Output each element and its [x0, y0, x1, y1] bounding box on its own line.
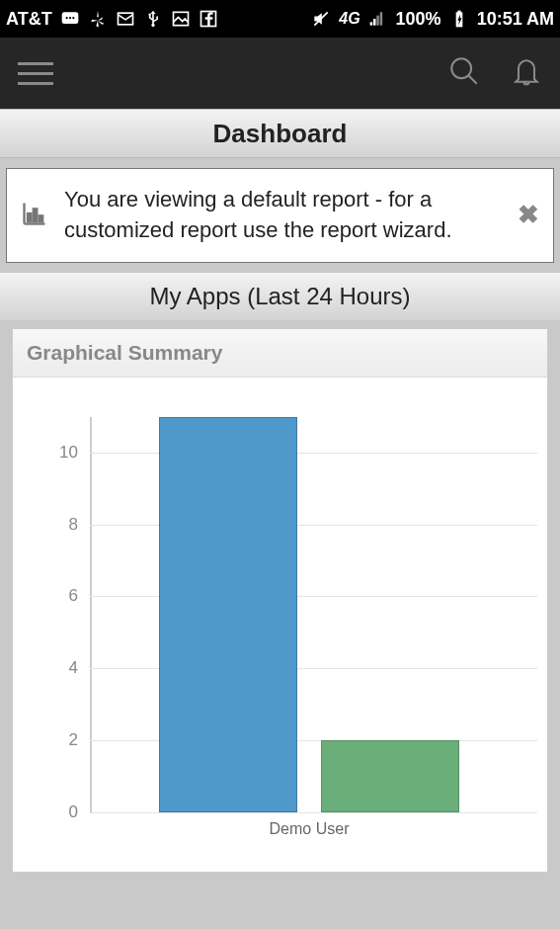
- notice-banner: You are viewing a default report - for a…: [6, 168, 554, 263]
- section-title-text: My Apps (Last 24 Hours): [149, 283, 410, 310]
- menu-button[interactable]: [18, 62, 53, 85]
- time-label: 10:51 AM: [477, 9, 554, 30]
- svg-rect-20: [40, 215, 43, 221]
- bar-series1[interactable]: [159, 417, 297, 812]
- network-label: 4G: [339, 10, 360, 28]
- status-left: AT&T: [6, 9, 218, 30]
- yelp-icon: [88, 9, 108, 29]
- gridline: [90, 812, 537, 813]
- bell-icon[interactable]: [511, 55, 542, 91]
- y-tick-label: 2: [69, 730, 78, 750]
- gridline: [90, 668, 537, 669]
- message-icon: [60, 9, 80, 29]
- notice-text: You are viewing a default report - for a…: [64, 185, 502, 246]
- image-icon: [171, 9, 191, 29]
- gridline: [90, 525, 537, 526]
- status-right: 4G 100% 10:51 AM: [311, 9, 554, 30]
- chart-card-title: Graphical Summary: [13, 329, 547, 378]
- plot-area: 0246810Demo User: [90, 417, 537, 812]
- page-title-text: Dashboard: [213, 119, 348, 149]
- mail-icon: [116, 9, 135, 29]
- signal-icon: [368, 9, 388, 29]
- close-icon[interactable]: ✖: [518, 200, 539, 230]
- page-title: Dashboard: [0, 109, 560, 158]
- svg-rect-9: [373, 19, 376, 26]
- svg-point-2: [69, 17, 71, 19]
- chart-body: 0246810Demo User: [13, 378, 547, 872]
- bar-series2[interactable]: [321, 740, 459, 812]
- battery-label: 100%: [396, 9, 441, 30]
- gridline: [90, 453, 537, 454]
- svg-point-14: [451, 58, 471, 78]
- android-status-bar: AT&T 4G 100% 10:51 AM: [0, 0, 560, 38]
- carrier-label: AT&T: [6, 9, 52, 30]
- app-header: [0, 38, 560, 109]
- mute-icon: [311, 9, 331, 29]
- svg-rect-18: [28, 213, 32, 221]
- notice-section: You are viewing a default report - for a…: [0, 158, 560, 273]
- facebook-icon: [199, 9, 218, 29]
- y-tick-label: 6: [69, 586, 78, 606]
- svg-line-15: [468, 75, 477, 84]
- svg-rect-11: [379, 12, 382, 25]
- x-tick-label: Demo User: [270, 820, 350, 838]
- y-tick-label: 4: [69, 658, 78, 678]
- svg-point-3: [72, 17, 74, 19]
- svg-point-1: [65, 17, 67, 19]
- battery-icon: [449, 9, 469, 29]
- header-actions: [447, 54, 542, 92]
- y-axis: [90, 417, 92, 812]
- chart-card: Graphical Summary 0246810Demo User: [12, 328, 548, 873]
- svg-rect-19: [34, 209, 38, 221]
- gridline: [90, 740, 537, 741]
- svg-rect-10: [376, 16, 379, 26]
- search-icon[interactable]: [447, 54, 481, 92]
- y-tick-label: 10: [59, 443, 78, 463]
- chart-icon: [21, 200, 48, 231]
- y-tick-label: 8: [69, 515, 78, 535]
- svg-rect-8: [369, 22, 372, 25]
- section-title: My Apps (Last 24 Hours): [0, 273, 560, 320]
- svg-rect-13: [457, 11, 460, 13]
- y-tick-label: 0: [69, 802, 78, 822]
- gridline: [90, 596, 537, 597]
- usb-icon: [143, 9, 163, 29]
